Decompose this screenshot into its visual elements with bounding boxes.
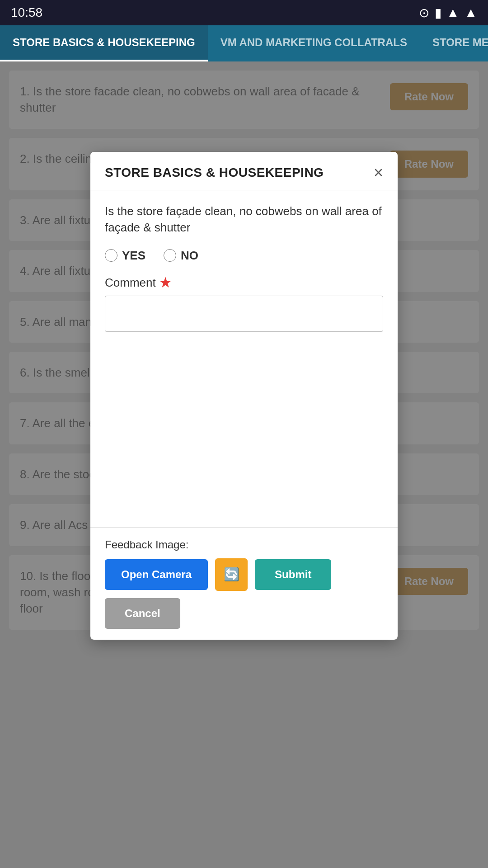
modal-overlay: STORE BASICS & HOUSEKEEPING × Is the sto… — [0, 61, 488, 868]
required-star: ★ — [160, 275, 171, 290]
comment-field-container: Comment ★ — [105, 275, 383, 334]
refresh-icon: 🔄 — [224, 567, 239, 582]
main-content: 1. Is the store facade clean, no cobwebs… — [0, 61, 488, 868]
tab-store-merchandise[interactable]: STORE MERCHANDISE DISPLAY — [420, 25, 488, 61]
modal-title: STORE BASICS & HOUSEKEEPING — [105, 165, 324, 180]
comment-label: Comment ★ — [105, 275, 383, 290]
refresh-button[interactable]: 🔄 — [215, 558, 248, 591]
no-label: NO — [181, 249, 198, 263]
modal-close-button[interactable]: × — [374, 165, 383, 181]
no-radio[interactable] — [164, 249, 176, 262]
cancel-button[interactable]: Cancel — [105, 598, 180, 629]
battery-icon: ▮ — [435, 5, 441, 20]
submit-button[interactable]: Submit — [255, 559, 331, 590]
wifi-icon: ▲ — [447, 5, 460, 20]
yes-radio[interactable] — [105, 249, 117, 262]
status-icons: ⊙ ▮ ▲ ▲ — [419, 5, 477, 20]
yes-option[interactable]: YES — [105, 249, 145, 263]
signal-icon: ▲ — [465, 5, 477, 20]
status-time: 10:58 — [11, 5, 42, 20]
tab-bar: STORE BASICS & HOUSEKEEPING VM AND MARKE… — [0, 25, 488, 61]
no-option[interactable]: NO — [164, 249, 198, 263]
modal-question-text: Is the store façade clean, no cobwebs on… — [105, 203, 383, 236]
feedback-image-label: Feedback Image: — [105, 538, 383, 551]
tab-store-basics[interactable]: STORE BASICS & HOUSEKEEPING — [0, 25, 208, 61]
tab-vm-marketing[interactable]: VM AND MARKETING COLLATRALS — [208, 25, 420, 61]
modal-header: STORE BASICS & HOUSEKEEPING × — [90, 152, 398, 190]
open-camera-button[interactable]: Open Camera — [105, 559, 208, 590]
circle-icon: ⊙ — [419, 5, 429, 20]
yes-no-radio-group: YES NO — [105, 249, 383, 263]
modal-body: Is the store façade clean, no cobwebs on… — [90, 190, 398, 527]
comment-input[interactable] — [105, 296, 383, 332]
modal-dialog: STORE BASICS & HOUSEKEEPING × Is the sto… — [90, 152, 398, 640]
modal-action-buttons: Open Camera 🔄 Submit Cancel — [105, 558, 383, 629]
yes-label: YES — [122, 249, 145, 263]
status-bar: 10:58 ⊙ ▮ ▲ ▲ — [0, 0, 488, 25]
modal-footer: Feedback Image: Open Camera 🔄 Submit Can… — [90, 527, 398, 640]
modal-spacer — [105, 334, 383, 514]
